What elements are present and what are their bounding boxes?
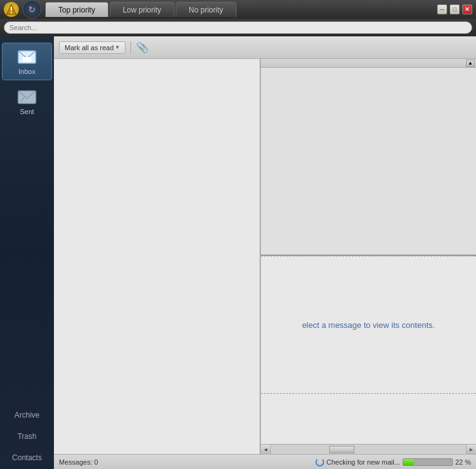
scroll-left-button[interactable]: ◄	[261, 445, 271, 454]
dropdown-arrow-icon: ▼	[115, 45, 120, 50]
scroll-up-button[interactable]: ▲	[466, 60, 475, 67]
checking-text: Checking for new mail...	[327, 458, 400, 466]
sidebar-item-sent[interactable]: Sent	[2, 83, 52, 120]
tabs-area: Top priority Low priority No priority	[45, 2, 238, 17]
preview-scrollbar-top: ▲	[261, 59, 476, 68]
scroll-track[interactable]	[271, 445, 466, 454]
message-list-panel[interactable]	[54, 59, 261, 454]
maximize-button[interactable]: □	[450, 4, 460, 14]
app-icon	[4, 2, 19, 17]
progress-bar-fill	[403, 459, 414, 465]
content-area: Mark all as read ▼ 📎 ▲	[54, 36, 476, 469]
sidebar-item-inbox[interactable]: Inbox	[2, 43, 52, 80]
title-bar-left: ↻ Top priority Low priority No priority	[4, 0, 238, 19]
search-bar-area	[0, 19, 476, 36]
close-button[interactable]: ✕	[462, 4, 472, 14]
svg-point-2	[11, 12, 12, 13]
preview-message-area: elect a message to view its contents.	[261, 256, 476, 393]
panels-container: ▲ elect a message to view its contents.	[54, 59, 476, 454]
sidebar-item-archive[interactable]: Archive	[2, 405, 52, 425]
tab-top-priority[interactable]: Top priority	[45, 2, 108, 17]
inbox-label: Inbox	[19, 68, 36, 75]
svg-rect-4	[23, 57, 31, 62]
progress-bar	[403, 458, 453, 466]
inbox-icon	[17, 48, 37, 65]
sidebar-item-trash[interactable]: Trash	[2, 426, 52, 446]
toolbar-separator	[130, 41, 131, 54]
tab-low-priority[interactable]: Low priority	[110, 2, 174, 17]
loading-spinner-icon	[315, 458, 324, 466]
mark-all-read-button[interactable]: Mark all as read ▼	[59, 41, 125, 54]
attachment-icon[interactable]: 📎	[136, 41, 149, 53]
select-message-prompt: elect a message to view its contents.	[302, 320, 435, 330]
message-preview-panel: ▲ elect a message to view its contents.	[261, 59, 476, 454]
scroll-right-button[interactable]: ►	[466, 445, 476, 454]
window-controls: ─ □ ✕	[437, 4, 472, 14]
horizontal-scrollbar: ◄ ►	[261, 444, 476, 454]
sent-icon	[17, 88, 37, 105]
minimize-button[interactable]: ─	[437, 4, 447, 14]
refresh-button[interactable]: ↻	[23, 0, 41, 19]
status-bar: Messages: 0 Checking for new mail... 22 …	[54, 454, 476, 469]
preview-bottom-area: elect a message to view its contents.	[261, 256, 476, 444]
sidebar-item-contacts[interactable]: Contacts	[2, 448, 52, 468]
sent-label: Sent	[20, 108, 34, 115]
progress-percent: 22 %	[455, 458, 471, 466]
toolbar: Mark all as read ▼ 📎	[54, 36, 476, 59]
scroll-thumb[interactable]	[329, 446, 354, 453]
messages-count: Messages: 0	[59, 458, 122, 466]
checking-status: Checking for new mail... 22 %	[315, 458, 471, 466]
preview-top-area	[261, 68, 476, 256]
main-container: Inbox Sent Archive Trash Contacts	[0, 36, 476, 469]
search-input[interactable]	[4, 21, 472, 34]
title-bar: ↻ Top priority Low priority No priority …	[0, 0, 476, 19]
tab-no-priority[interactable]: No priority	[176, 2, 236, 17]
preview-bottom-space	[261, 394, 476, 444]
sidebar: Inbox Sent Archive Trash Contacts	[0, 36, 54, 469]
